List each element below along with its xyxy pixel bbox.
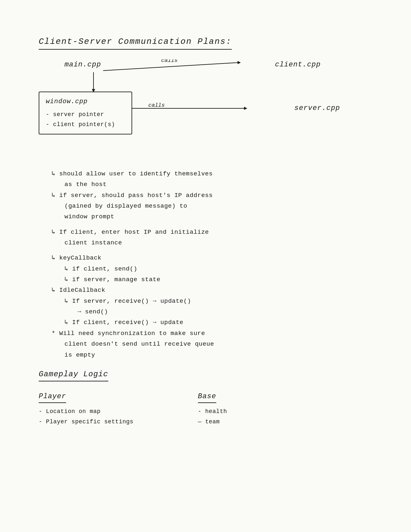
base-column-title: Base (198, 391, 216, 403)
note-line-5: window prompt (39, 212, 372, 222)
window-cpp-label: window.cpp (46, 97, 125, 106)
note-line-14: ↳ If client, receive() → update (39, 318, 372, 328)
player-column: Player - Location on map - Player specif… (39, 391, 133, 427)
window-box-item-2: - client pointer(s) (46, 120, 125, 130)
svg-text:calls: calls (148, 102, 165, 108)
note-line-16: client doesn't send until receive queue (39, 339, 372, 349)
node-server-cpp: server.cpp (294, 103, 340, 113)
player-item-2: - Player specific settings (39, 417, 133, 427)
base-item-2: — team (198, 417, 262, 427)
note-line-8: ↳ keyCallback (39, 253, 372, 263)
window-box-item-1: - server pointer (46, 110, 125, 120)
note-block-3: ↳ keyCallback ↳ if client, send() ↳ if s… (39, 253, 372, 360)
node-main-cpp: main.cpp (64, 59, 101, 70)
base-item-1: - health (198, 406, 262, 417)
two-column-layout: Player - Location on map - Player specif… (39, 391, 372, 427)
notes-section: ↳ should allow user to identify themselv… (39, 169, 372, 360)
node-client-cpp: client.cpp (275, 59, 321, 70)
note-line-10: ↳ if server, manage state (39, 275, 372, 285)
note-line-6: ↳ If client, enter host IP and initializ… (39, 227, 372, 237)
note-line-13: → send() (39, 307, 372, 317)
note-line-4: (gained by displayed message) to (39, 201, 372, 211)
window-box: window.cpp - server pointer - client poi… (39, 92, 132, 134)
base-column: Base - health — team (198, 391, 262, 427)
svg-line-2 (103, 63, 239, 71)
diagram-area: main.cpp client.cpp window.cpp - server … (39, 59, 372, 163)
note-line-1: ↳ should allow user to identify themselv… (39, 169, 372, 179)
gameplay-title: Gameplay Logic (39, 369, 108, 381)
note-line-2: as the host (39, 180, 372, 190)
note-line-9: ↳ if client, send() (39, 264, 372, 274)
note-line-3: ↳ if server, should pass host's IP addre… (39, 191, 372, 201)
note-block-1: ↳ should allow user to identify themselv… (39, 169, 372, 222)
svg-text:calls: calls (161, 59, 178, 64)
note-line-15: * Will need synchronization to make sure (39, 329, 372, 339)
gameplay-section: Gameplay Logic Player - Location on map … (39, 365, 372, 427)
note-line-11: ↳ IdleCallback (39, 285, 372, 295)
svg-marker-3 (238, 61, 241, 64)
note-line-17: is empty (39, 350, 372, 360)
title-section: Client-Server Communication Plans: (39, 35, 372, 50)
player-item-1: - Location on map (39, 406, 133, 417)
note-block-2: ↳ If client, enter host IP and initializ… (39, 227, 372, 248)
note-line-7: client instance (39, 238, 372, 248)
note-line-12: ↳ If server, receive() → update() (39, 296, 372, 306)
page-title: Client-Server Communication Plans: (39, 35, 232, 50)
synchronization-word: synchronization (98, 330, 155, 337)
svg-marker-6 (244, 107, 247, 110)
player-column-title: Player (39, 391, 66, 403)
